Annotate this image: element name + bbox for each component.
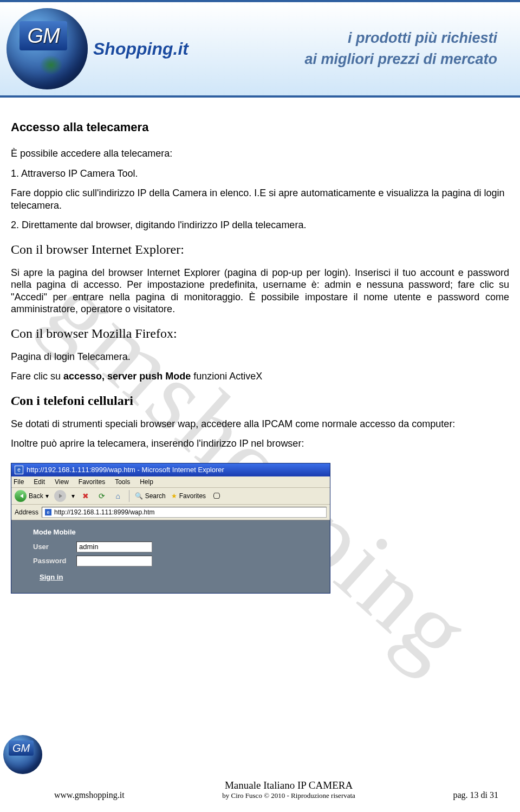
- signin-button[interactable]: Sign in: [40, 573, 319, 581]
- tagline-line1: i prodotti più richiesti: [188, 28, 497, 49]
- menu-view[interactable]: View: [55, 478, 69, 486]
- page-title: Accesso alla telecamera: [11, 120, 509, 134]
- password-label: Password: [33, 557, 76, 565]
- paragraph-cell-1: Se dotati di strumenti speciali browser …: [11, 418, 509, 430]
- user-input[interactable]: [76, 542, 152, 552]
- ie-window: e http://192.168.1.111:8999/wap.htm - Mi…: [11, 463, 330, 594]
- footer-center: Manuale Italiano IP CAMERA by Ciro Fusco…: [222, 779, 355, 800]
- step-1: 1. Attraverso IP Camera Tool.: [11, 167, 509, 180]
- step-2: 2. Direttamente dal browser, digitando l…: [11, 219, 509, 231]
- footer-copyright: by Ciro Fusco © 2010 - Riproduzione rise…: [222, 791, 355, 800]
- document-body: Accesso alla telecamera È possibile acce…: [0, 98, 520, 594]
- intro-text: È possibile accedere alla telecamera:: [11, 147, 509, 160]
- paragraph-cell-2: Inoltre può aprire la telecamera, insere…: [11, 437, 509, 450]
- separator: [129, 490, 129, 502]
- ie-page-body: Mode Mobile User Password Sign in: [11, 520, 330, 593]
- footer-logo: [3, 735, 42, 774]
- paragraph-firefox-2: Fare clic su accesso, server push Mode f…: [11, 370, 509, 383]
- stop-button[interactable]: ✖: [80, 491, 91, 501]
- chevron-down-icon: ▾: [72, 492, 75, 500]
- ie-menubar: File Edit View Favorites Tools Help: [11, 476, 330, 488]
- back-label: Back: [29, 492, 43, 500]
- ff2-pre: Fare clic su: [11, 371, 63, 382]
- search-label: Search: [145, 492, 166, 500]
- search-button[interactable]: 🔍 Search: [135, 492, 166, 500]
- heading-cell-rest: on i telefoni cellulari: [20, 394, 133, 408]
- menu-file[interactable]: File: [14, 478, 24, 486]
- forward-button[interactable]: [54, 490, 66, 502]
- menu-help[interactable]: Help: [140, 478, 153, 486]
- ie-address-bar: Address e http://192.168.1.111:8999/wap.…: [11, 505, 330, 520]
- gm-badge: GM: [20, 21, 67, 50]
- search-icon: 🔍: [135, 492, 143, 500]
- home-button[interactable]: ⌂: [113, 491, 123, 501]
- back-icon: [15, 490, 27, 502]
- page-icon: e: [44, 508, 52, 516]
- footer-site: www.gmshopping.it: [54, 790, 125, 800]
- tagline-line2: ai migliori prezzi di mercato: [188, 49, 497, 70]
- heading-firefox: Con il browser Mozilla Firefox:: [11, 326, 509, 341]
- star-icon: ★: [171, 492, 177, 500]
- password-input[interactable]: [76, 556, 152, 566]
- paragraph-firefox-1: Pagina di login Telecamera.: [11, 351, 509, 363]
- heading-cell-cap: C: [11, 394, 20, 408]
- ie-toolbar: Back ▾ ▾ ✖ ⟳ ⌂ 🔍 Search ★ Favorites 🖵: [11, 488, 330, 505]
- favorites-label: Favorites: [179, 492, 206, 500]
- address-input[interactable]: e http://192.168.1.111:8999/wap.htm: [42, 507, 327, 518]
- ff2-post: funzioni ActiveX: [191, 371, 262, 382]
- tagline: i prodotti più richiesti ai migliori pre…: [188, 28, 514, 70]
- refresh-button[interactable]: ⟳: [96, 491, 107, 501]
- ie-icon: e: [15, 466, 23, 474]
- step-1-desc: Fare doppio clic sull'indirizzo IP della…: [11, 187, 509, 211]
- logo-text: Shopping.it: [93, 39, 188, 59]
- user-label: User: [33, 543, 76, 551]
- mode-label: Mode Mobile: [33, 528, 319, 536]
- heading-cellulari: Con i telefoni cellulari: [11, 394, 509, 408]
- header-banner: GM Shopping.it i prodotti più richiesti …: [0, 0, 520, 98]
- paragraph-ie: Si apre la pagina del browser Internet E…: [11, 267, 509, 315]
- footer: www.gmshopping.it Manuale Italiano IP CA…: [0, 779, 520, 800]
- menu-favorites[interactable]: Favorites: [79, 478, 105, 486]
- footer-page: pag. 13 di 31: [453, 790, 498, 800]
- favorites-button[interactable]: ★ Favorites: [171, 492, 206, 500]
- footer-manual: Manuale Italiano IP CAMERA: [222, 779, 355, 791]
- address-value: http://192.168.1.111:8999/wap.htm: [54, 508, 154, 516]
- ff2-bold: accesso, server push Mode: [63, 371, 191, 382]
- heading-ie: Con il browser Internet Explorer:: [11, 242, 509, 257]
- menu-edit[interactable]: Edit: [34, 478, 45, 486]
- menu-tools[interactable]: Tools: [115, 478, 130, 486]
- media-button[interactable]: 🖵: [211, 491, 222, 501]
- ie-title-text: http://192.168.1.111:8999/wap.htm - Micr…: [27, 466, 224, 474]
- address-label: Address: [15, 508, 38, 516]
- chevron-down-icon: ▾: [46, 492, 49, 500]
- back-button[interactable]: Back ▾: [15, 490, 49, 502]
- ie-titlebar: e http://192.168.1.111:8999/wap.htm - Mi…: [11, 463, 330, 476]
